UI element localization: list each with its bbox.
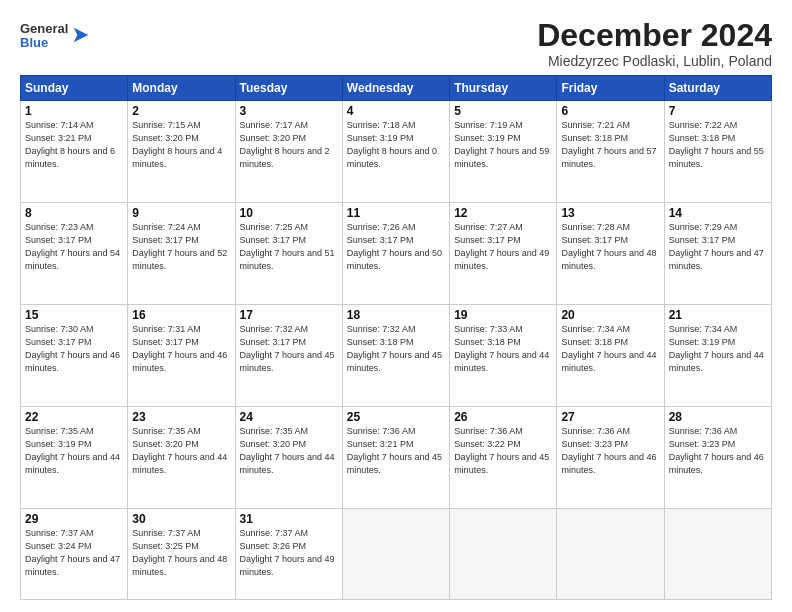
day-info: Sunrise: 7:33 AMSunset: 3:18 PMDaylight …: [454, 323, 552, 375]
day-number: 9: [132, 206, 230, 220]
day-number: 17: [240, 308, 338, 322]
table-row: [557, 509, 664, 600]
day-info: Sunrise: 7:36 AMSunset: 3:23 PMDaylight …: [561, 425, 659, 477]
day-number: 20: [561, 308, 659, 322]
day-info: Sunrise: 7:15 AMSunset: 3:20 PMDaylight …: [132, 119, 230, 171]
table-row: 23 Sunrise: 7:35 AMSunset: 3:20 PMDaylig…: [128, 407, 235, 509]
table-row: 3 Sunrise: 7:17 AMSunset: 3:20 PMDayligh…: [235, 101, 342, 203]
day-number: 28: [669, 410, 767, 424]
col-tuesday: Tuesday: [235, 76, 342, 101]
day-info: Sunrise: 7:36 AMSunset: 3:21 PMDaylight …: [347, 425, 445, 477]
page-subtitle: Miedzyrzec Podlaski, Lublin, Poland: [537, 53, 772, 69]
logo: General Blue: [20, 22, 92, 51]
day-info: Sunrise: 7:35 AMSunset: 3:19 PMDaylight …: [25, 425, 123, 477]
table-row: 13 Sunrise: 7:28 AMSunset: 3:17 PMDaylig…: [557, 203, 664, 305]
day-number: 26: [454, 410, 552, 424]
table-row: 25 Sunrise: 7:36 AMSunset: 3:21 PMDaylig…: [342, 407, 449, 509]
table-row: [342, 509, 449, 600]
day-info: Sunrise: 7:36 AMSunset: 3:22 PMDaylight …: [454, 425, 552, 477]
calendar-week-row: 1 Sunrise: 7:14 AMSunset: 3:21 PMDayligh…: [21, 101, 772, 203]
day-number: 4: [347, 104, 445, 118]
day-info: Sunrise: 7:35 AMSunset: 3:20 PMDaylight …: [240, 425, 338, 477]
day-number: 3: [240, 104, 338, 118]
col-monday: Monday: [128, 76, 235, 101]
table-row: 16 Sunrise: 7:31 AMSunset: 3:17 PMDaylig…: [128, 305, 235, 407]
day-number: 1: [25, 104, 123, 118]
day-info: Sunrise: 7:34 AMSunset: 3:18 PMDaylight …: [561, 323, 659, 375]
day-number: 14: [669, 206, 767, 220]
day-number: 8: [25, 206, 123, 220]
page: General Blue December 2024 Miedzyrzec Po…: [0, 0, 792, 612]
table-row: 28 Sunrise: 7:36 AMSunset: 3:23 PMDaylig…: [664, 407, 771, 509]
day-number: 2: [132, 104, 230, 118]
svg-marker-0: [74, 28, 89, 43]
calendar-week-row: 8 Sunrise: 7:23 AMSunset: 3:17 PMDayligh…: [21, 203, 772, 305]
table-row: 26 Sunrise: 7:36 AMSunset: 3:22 PMDaylig…: [450, 407, 557, 509]
table-row: 12 Sunrise: 7:27 AMSunset: 3:17 PMDaylig…: [450, 203, 557, 305]
day-info: Sunrise: 7:23 AMSunset: 3:17 PMDaylight …: [25, 221, 123, 273]
day-info: Sunrise: 7:37 AMSunset: 3:26 PMDaylight …: [240, 527, 338, 579]
table-row: 10 Sunrise: 7:25 AMSunset: 3:17 PMDaylig…: [235, 203, 342, 305]
calendar-week-row: 29 Sunrise: 7:37 AMSunset: 3:24 PMDaylig…: [21, 509, 772, 600]
table-row: 4 Sunrise: 7:18 AMSunset: 3:19 PMDayligh…: [342, 101, 449, 203]
day-number: 19: [454, 308, 552, 322]
calendar-header-row: Sunday Monday Tuesday Wednesday Thursday…: [21, 76, 772, 101]
table-row: 30 Sunrise: 7:37 AMSunset: 3:25 PMDaylig…: [128, 509, 235, 600]
day-info: Sunrise: 7:36 AMSunset: 3:23 PMDaylight …: [669, 425, 767, 477]
day-number: 22: [25, 410, 123, 424]
logo-blue: Blue: [20, 36, 68, 50]
header: General Blue December 2024 Miedzyrzec Po…: [20, 18, 772, 69]
table-row: 8 Sunrise: 7:23 AMSunset: 3:17 PMDayligh…: [21, 203, 128, 305]
day-number: 18: [347, 308, 445, 322]
table-row: [450, 509, 557, 600]
day-number: 13: [561, 206, 659, 220]
day-number: 16: [132, 308, 230, 322]
day-number: 23: [132, 410, 230, 424]
day-info: Sunrise: 7:18 AMSunset: 3:19 PMDaylight …: [347, 119, 445, 171]
table-row: 15 Sunrise: 7:30 AMSunset: 3:17 PMDaylig…: [21, 305, 128, 407]
table-row: [664, 509, 771, 600]
col-saturday: Saturday: [664, 76, 771, 101]
day-info: Sunrise: 7:34 AMSunset: 3:19 PMDaylight …: [669, 323, 767, 375]
table-row: 1 Sunrise: 7:14 AMSunset: 3:21 PMDayligh…: [21, 101, 128, 203]
day-number: 11: [347, 206, 445, 220]
page-title: December 2024: [537, 18, 772, 53]
day-number: 5: [454, 104, 552, 118]
calendar-table: Sunday Monday Tuesday Wednesday Thursday…: [20, 75, 772, 600]
table-row: 14 Sunrise: 7:29 AMSunset: 3:17 PMDaylig…: [664, 203, 771, 305]
col-friday: Friday: [557, 76, 664, 101]
day-info: Sunrise: 7:25 AMSunset: 3:17 PMDaylight …: [240, 221, 338, 273]
table-row: 24 Sunrise: 7:35 AMSunset: 3:20 PMDaylig…: [235, 407, 342, 509]
day-info: Sunrise: 7:32 AMSunset: 3:18 PMDaylight …: [347, 323, 445, 375]
calendar-week-row: 15 Sunrise: 7:30 AMSunset: 3:17 PMDaylig…: [21, 305, 772, 407]
table-row: 11 Sunrise: 7:26 AMSunset: 3:17 PMDaylig…: [342, 203, 449, 305]
day-number: 29: [25, 512, 123, 526]
table-row: 5 Sunrise: 7:19 AMSunset: 3:19 PMDayligh…: [450, 101, 557, 203]
logo-text: General Blue: [20, 22, 68, 51]
day-number: 7: [669, 104, 767, 118]
day-info: Sunrise: 7:37 AMSunset: 3:24 PMDaylight …: [25, 527, 123, 579]
table-row: 22 Sunrise: 7:35 AMSunset: 3:19 PMDaylig…: [21, 407, 128, 509]
day-number: 25: [347, 410, 445, 424]
day-info: Sunrise: 7:32 AMSunset: 3:17 PMDaylight …: [240, 323, 338, 375]
col-wednesday: Wednesday: [342, 76, 449, 101]
day-info: Sunrise: 7:35 AMSunset: 3:20 PMDaylight …: [132, 425, 230, 477]
calendar-week-row: 22 Sunrise: 7:35 AMSunset: 3:19 PMDaylig…: [21, 407, 772, 509]
day-number: 27: [561, 410, 659, 424]
logo-general: General: [20, 22, 68, 36]
table-row: 18 Sunrise: 7:32 AMSunset: 3:18 PMDaylig…: [342, 305, 449, 407]
day-number: 21: [669, 308, 767, 322]
day-number: 6: [561, 104, 659, 118]
table-row: 27 Sunrise: 7:36 AMSunset: 3:23 PMDaylig…: [557, 407, 664, 509]
table-row: 2 Sunrise: 7:15 AMSunset: 3:20 PMDayligh…: [128, 101, 235, 203]
day-number: 30: [132, 512, 230, 526]
day-number: 24: [240, 410, 338, 424]
day-info: Sunrise: 7:26 AMSunset: 3:17 PMDaylight …: [347, 221, 445, 273]
table-row: 17 Sunrise: 7:32 AMSunset: 3:17 PMDaylig…: [235, 305, 342, 407]
day-number: 15: [25, 308, 123, 322]
col-sunday: Sunday: [21, 76, 128, 101]
day-info: Sunrise: 7:24 AMSunset: 3:17 PMDaylight …: [132, 221, 230, 273]
day-number: 31: [240, 512, 338, 526]
day-info: Sunrise: 7:37 AMSunset: 3:25 PMDaylight …: [132, 527, 230, 579]
day-info: Sunrise: 7:17 AMSunset: 3:20 PMDaylight …: [240, 119, 338, 171]
